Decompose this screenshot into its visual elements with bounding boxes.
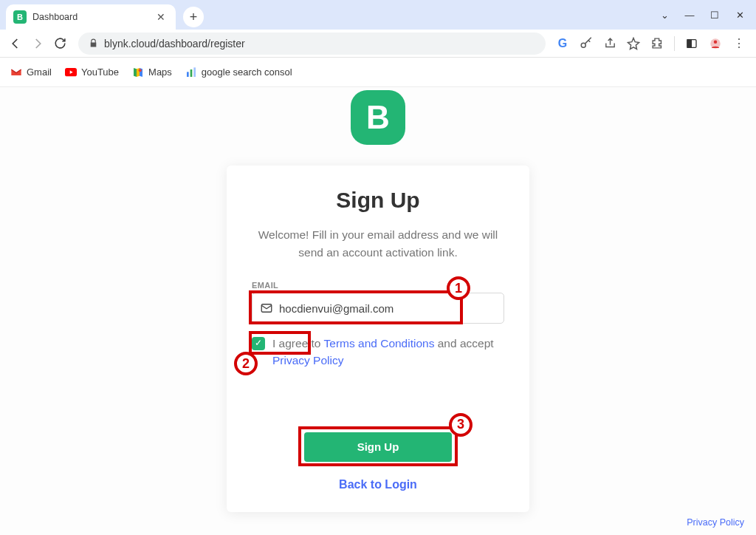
browser-tab[interactable]: B Dashboard ✕ [6,4,176,30]
email-input-container[interactable] [252,293,504,324]
youtube-icon [65,67,77,78]
forward-icon[interactable] [30,35,46,52]
svg-rect-2 [687,39,691,47]
bookmark-gsc[interactable]: google search consol [185,67,292,78]
address-url: blynk.cloud/dashboard/register [104,38,245,50]
extensions-icon[interactable] [650,37,664,50]
window-close-icon[interactable]: ✕ [734,10,746,21]
reload-icon[interactable] [52,35,68,52]
signup-button[interactable]: Sign Up [304,432,452,462]
annotation-number-3: 3 [449,413,472,437]
profile-icon[interactable] [709,37,722,50]
gsc-icon [185,67,197,78]
subtitle-text: Welcome! Fill in your email address and … [252,226,504,262]
tab-favicon-icon: B [13,10,27,24]
svg-rect-9 [193,67,196,77]
annotation-number-2: 2 [234,352,258,375]
email-field-wrapper: EMAIL 1 [252,281,504,324]
bookmark-label: google search consol [202,67,292,78]
new-tab-button[interactable]: + [183,7,204,27]
bookmark-gmail[interactable]: Gmail [10,67,52,78]
window-maximize-icon[interactable]: ☐ [709,10,721,21]
chevron-down-icon[interactable]: ⌄ [659,10,670,21]
envelope-icon [260,301,273,315]
terms-row: ✓ I agree to Terms and Conditions and ac… [252,335,504,369]
maps-icon [132,67,144,78]
star-icon[interactable] [627,37,640,50]
gmail-icon [10,67,22,78]
bookmark-youtube[interactable]: YouTube [65,67,119,78]
address-bar[interactable]: blynk.cloud/dashboard/register [78,33,546,55]
signup-card: Sign Up Welcome! Fill in your email addr… [227,166,529,512]
share-icon[interactable] [603,37,616,50]
bookmark-label: Maps [148,67,172,78]
svg-rect-7 [187,72,189,77]
lock-icon [89,38,98,48]
page-title: Sign Up [336,188,419,213]
sidepanel-icon[interactable] [685,37,698,50]
bookmark-maps[interactable]: Maps [132,67,172,78]
privacy-link[interactable]: Privacy Policy [272,354,343,367]
bookmark-label: YouTube [81,67,119,78]
bookmark-label: Gmail [27,67,52,78]
google-icon[interactable]: G [556,37,569,50]
svg-rect-8 [190,69,193,77]
terms-link[interactable]: Terms and Conditions [324,337,435,350]
toolbar-divider [674,36,675,51]
terms-text: I agree to Terms and Conditions and acce… [272,335,504,369]
email-input[interactable] [279,302,496,315]
key-icon[interactable] [580,37,593,50]
email-label: EMAIL [252,281,504,290]
svg-point-0 [581,43,585,47]
window-minimize-icon[interactable]: — [684,10,695,21]
tab-close-icon[interactable]: ✕ [154,11,168,23]
back-icon[interactable] [7,35,24,52]
tab-title: Dashboard [32,12,154,22]
app-logo-icon: B [351,90,405,145]
svg-point-6 [139,69,142,72]
footer-privacy-link[interactable]: Privacy Policy [687,517,744,528]
terms-checkbox[interactable]: ✓ [252,337,265,350]
back-to-login-link[interactable]: Back to Login [339,478,417,491]
svg-point-4 [714,40,718,44]
menu-icon[interactable]: ⋮ [732,37,746,50]
